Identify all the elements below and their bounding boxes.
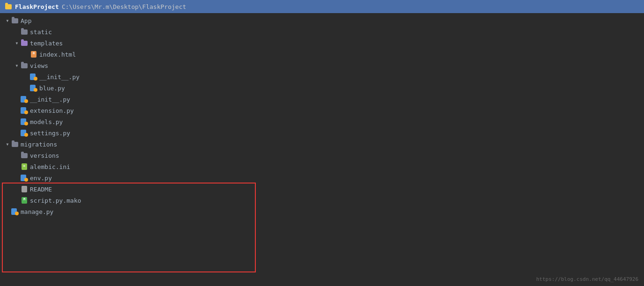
ini-file-icon (21, 163, 28, 170)
file-tree: App static templates index.html views __… (0, 13, 644, 219)
tree-item-static[interactable]: static (0, 26, 644, 37)
html-file-icon (30, 51, 37, 58)
chevron-down-icon (4, 17, 11, 24)
item-label: settings.py (30, 130, 70, 137)
tree-item-extension-py[interactable]: extension.py (0, 105, 644, 116)
chevron-down-icon (4, 140, 11, 148)
item-label: extension.py (30, 107, 74, 114)
tree-item-app[interactable]: App (0, 15, 644, 26)
folder-icon (21, 28, 28, 36)
python-file-icon (21, 107, 28, 114)
tree-item-readme[interactable]: README (0, 183, 644, 195)
folder-icon (11, 140, 19, 148)
item-label: static (30, 29, 52, 36)
item-label: index.html (39, 51, 76, 58)
folder-purple-icon (21, 39, 28, 47)
tree-item-templates[interactable]: templates (0, 37, 644, 49)
tree-item-views[interactable]: views (0, 60, 644, 71)
tree-item-migrations[interactable]: migrations (0, 139, 644, 150)
title-folder-icon (5, 3, 12, 10)
item-label: alembic.ini (30, 163, 70, 170)
tree-item-app-init[interactable]: __init__.py (0, 94, 644, 105)
project-path: C:\Users\Mr.m\Desktop\FlaskProject (62, 3, 186, 10)
folder-icon (21, 152, 28, 159)
item-label: blue.py (39, 85, 65, 92)
tree-item-models-py[interactable]: models.py (0, 116, 644, 127)
item-label: __init__.py (30, 96, 70, 103)
tree-item-views-init[interactable]: __init__.py (0, 71, 644, 82)
tree-item-manage-py[interactable]: manage.py (0, 206, 644, 217)
txt-file-icon (21, 185, 28, 193)
title-bar: FlaskProject C:\Users\Mr.m\Desktop\Flask… (0, 0, 644, 13)
python-file-icon (21, 118, 28, 125)
item-label: models.py (30, 118, 63, 125)
watermark: https://blog.csdn.net/qq_44647926 (536, 276, 638, 282)
item-label: script.py.mako (30, 197, 81, 204)
chevron-down-icon (13, 62, 21, 69)
item-label: templates (30, 40, 63, 47)
tree-item-index-html[interactable]: index.html (0, 49, 644, 60)
tree-item-alembic-ini[interactable]: alembic.ini (0, 161, 644, 172)
project-name: FlaskProject (15, 3, 59, 10)
item-label: __init__.py (39, 73, 80, 81)
item-label: manage.py (21, 208, 53, 215)
chevron-down-icon (13, 39, 21, 47)
tree-item-versions[interactable]: versions (0, 150, 644, 161)
item-label: views (30, 62, 48, 69)
mako-file-icon (21, 197, 28, 204)
tree-item-script-py-mako[interactable]: script.py.mako (0, 195, 644, 206)
tree-item-blue-py[interactable]: blue.py (0, 82, 644, 94)
folder-icon (11, 17, 19, 24)
item-label: README (30, 186, 52, 193)
python-file-icon (11, 208, 19, 215)
item-label: versions (30, 152, 59, 159)
item-label: App (21, 17, 31, 24)
python-file-icon (21, 174, 28, 182)
folder-icon (21, 62, 28, 69)
python-file-icon (21, 95, 28, 103)
python-file-icon (30, 73, 37, 81)
item-label: migrations (21, 141, 57, 148)
python-file-icon (30, 84, 37, 92)
tree-item-env-py[interactable]: env.py (0, 172, 644, 183)
tree-item-settings-py[interactable]: settings.py (0, 127, 644, 139)
item-label: env.py (30, 175, 52, 182)
python-file-icon (21, 129, 28, 137)
